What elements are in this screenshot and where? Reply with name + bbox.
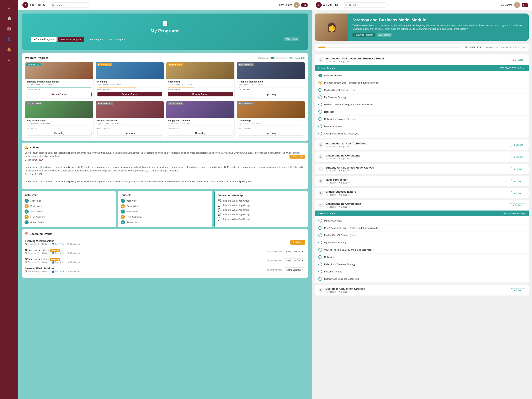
bell-icon[interactable]: 🔔 (5, 45, 13, 54)
add-calendar-button[interactable]: Add to Calendar ▾ (284, 267, 305, 272)
lesson-item[interactable]: My Business Strategy (315, 94, 529, 101)
calendar-icon[interactable]: 📅 (5, 24, 13, 33)
lesson-item[interactable]: Module Overview (315, 217, 529, 224)
whatsapp-group-item[interactable]: 💬Title of a WhatsApp Group (218, 208, 305, 212)
lesson-item[interactable]: Strategy and Business Model Quiz (315, 130, 529, 137)
user-icon[interactable]: 👤 (5, 34, 13, 44)
tab-fellowship-program[interactable]: Fellowship Program (58, 37, 84, 42)
add-calendar-button[interactable]: Add to Calendar ▾ (284, 249, 305, 254)
search-input[interactable] (56, 4, 88, 6)
course-action-button[interactable]: Upcoming (27, 131, 92, 136)
join-event-button[interactable]: Join Event (290, 240, 305, 245)
expand-button[interactable]: ▼ Expand (511, 143, 525, 147)
collapse-button[interactable]: ▲ Collapse (510, 58, 525, 62)
home-icon[interactable]: 🏠 (5, 13, 13, 23)
section-topics: 📄 8 topics (325, 291, 336, 293)
lesson-item[interactable]: My Business Strategy (315, 239, 529, 246)
section-header-1[interactable]: 2 Introduction to Jobs To Be Done 📄 8 to… (315, 139, 529, 150)
notice-item: Lorem ipsum dolor sit amet, consectetur … (25, 180, 305, 183)
course-pct: 100% Complete (27, 89, 92, 91)
section-info: Understanding Constraints 📄 8 topics ❓ 1… (325, 154, 360, 160)
search-bar[interactable]: 🔍 (49, 2, 90, 7)
instructor-item: FFred Anderson (25, 215, 113, 219)
course-action-button[interactable]: Upcoming (239, 131, 304, 136)
section-header-2[interactable]: 3 Understanding Constraints 📄 8 topics ❓… (315, 152, 529, 162)
language-badge[interactable]: EN (301, 3, 308, 7)
course-thumbnail: COMPLETED (25, 62, 93, 79)
expand-button[interactable]: ▼ Expand (511, 179, 525, 183)
whatsapp-group-item[interactable]: 💬Title of a WhatsApp Group (218, 199, 305, 203)
sessions-meta: 📄 10 Sessions (27, 84, 40, 86)
events-icon: 📅 (25, 232, 28, 235)
section-header-4[interactable]: 5 Value Proposition 📄 8 topics ❓ 3 quizz… (315, 176, 529, 186)
lesson-name: Reflection – Business Strategy (324, 118, 355, 120)
event-item: Office Hours w/Josh Required 📅 December … (25, 247, 305, 256)
lesson-item[interactable]: Reflection (315, 253, 529, 261)
back-to-programs-button[interactable]: ◀ Back to Programs (31, 37, 57, 42)
expand-button[interactable]: ▼ Expand (511, 191, 525, 195)
section-header-0[interactable]: 1 Introduction To Strategy And Business … (315, 54, 529, 65)
course-action-button[interactable]: Resume Course (168, 92, 233, 96)
lesson-name: Reflection – Business Strategy (324, 263, 355, 266)
section-header-6[interactable]: 7 Understanding Competition 📄 5 topics ❓… (315, 200, 529, 210)
lesson-item[interactable]: Why do I need a Strategy and a Business … (315, 101, 529, 108)
whatsapp-group-item[interactable]: 💬Title of a WhatsApp Group (218, 217, 305, 221)
course-action-button[interactable]: Resume Course (97, 92, 162, 96)
course-action-button[interactable]: Upcoming (239, 92, 304, 97)
expand-button[interactable]: ▼ Expand (511, 288, 525, 292)
module-progress-pct: 5% COMPLETE (465, 46, 481, 49)
section-icon: 7 (318, 203, 323, 208)
expand-button[interactable]: ▼ Expand (511, 167, 525, 171)
section-header-7[interactable]: 8 Customer Acquisition Strategy 📄 8 topi… (315, 285, 529, 296)
section-header-5[interactable]: 6 Critical Success factors 📄 4 topics ❓ … (315, 188, 529, 198)
lesson-item[interactable]: Reflection – Business Strategy (315, 115, 529, 123)
lesson-item[interactable]: Module Kick-Off Session (Live) (315, 86, 529, 94)
right-avatar[interactable]: J (514, 2, 520, 8)
course-action-button[interactable]: Upcoming (97, 131, 162, 136)
event-duration: ⏱ 60 minutes (67, 270, 80, 273)
lesson-name: Lesson Summary (324, 270, 342, 273)
lesson-item[interactable]: Why do I need a Strategy and a Business … (315, 246, 529, 253)
required-badge: Required (50, 249, 60, 252)
progress-title: Program Progress (25, 56, 48, 59)
menu-icon[interactable]: ≡ (6, 3, 12, 13)
student-avatar: F (121, 215, 125, 219)
instructor-item: DDavid Wick (25, 204, 113, 208)
whatsapp-group-item[interactable]: 💬Title of a WhatsApp Group (218, 213, 305, 216)
notices-icon: 🔔 (25, 146, 28, 149)
lesson-item[interactable]: Pre-Assessment Quiz – Strategy and Busin… (315, 79, 529, 86)
whatsapp-group-item[interactable]: 💬Title of a WhatsApp Group (218, 204, 305, 207)
lesson-item[interactable]: Module Kick-Off Session (Live) (315, 232, 529, 239)
course-action-button[interactable]: Restart Course (27, 92, 92, 97)
section-header-3[interactable]: 4 Strategy And Business Model Canvas 📄 8… (315, 164, 529, 174)
lesson-item[interactable]: Reflection (315, 108, 529, 115)
lesson-item[interactable]: Strategy and Business Model Quiz (315, 275, 529, 283)
lesson-item[interactable]: ✓Module Overview (315, 72, 529, 79)
student-avatar: R (121, 220, 125, 224)
course-progress-fill (97, 87, 136, 88)
settings-icon[interactable]: ⚙ (6, 55, 13, 65)
lesson-item[interactable]: Reflection – Business Strategy (315, 261, 529, 268)
lesson-name: My Business Strategy (324, 241, 346, 244)
course-status-badge: NOT STARTED (238, 102, 254, 105)
right-search-bar[interactable]: 🔍 (342, 2, 388, 7)
whatsapp-icon: 💬 (218, 208, 221, 212)
lesson-item[interactable]: Pre-Assessment Quiz – Strategy and Busin… (315, 224, 529, 232)
right-lang-badge[interactable]: EN (522, 3, 528, 7)
course-meta: 📄 5 Sessions ⏱ 2.6 Hours (97, 84, 162, 86)
lesson-item[interactable]: Lesson Summary (315, 268, 529, 275)
right-search-input[interactable] (349, 4, 385, 6)
tab-idea-program[interactable]: Idea Program (86, 37, 106, 42)
tab-build-program[interactable]: Build Program (107, 37, 128, 42)
expand-button[interactable]: ▼ Expand (511, 155, 525, 159)
avatar[interactable]: J (294, 2, 300, 8)
course-action-button[interactable]: Upcoming (168, 131, 233, 136)
person-avatar: D (25, 204, 29, 208)
lesson-name: Reflection (324, 256, 334, 258)
collapse-button[interactable]: ▲ Collapse (510, 203, 525, 207)
course-progress-bar (239, 87, 304, 88)
lesson-item[interactable]: Lesson Summary (315, 123, 529, 130)
course-thumbnail: IN PROGRESS (96, 62, 164, 79)
add-calendar-button[interactable]: Add to Calendar ▾ (284, 258, 305, 263)
learn-more-button[interactable]: Learn more (290, 155, 305, 158)
